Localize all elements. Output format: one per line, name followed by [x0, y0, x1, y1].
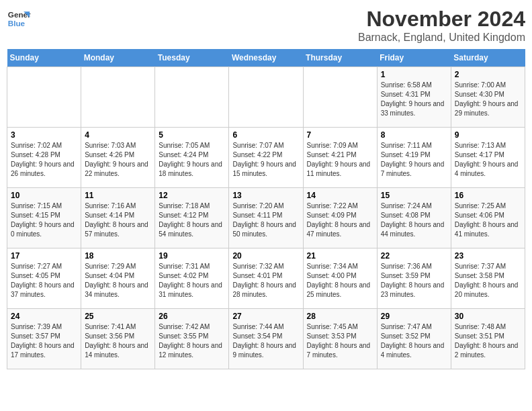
day-number: 22: [381, 251, 447, 261]
day-number: 20: [232, 251, 299, 261]
header-wednesday: Wednesday: [229, 49, 303, 67]
day-detail: Sunrise: 7:37 AM Sunset: 3:58 PM Dayligh…: [455, 262, 521, 300]
day-number: 15: [381, 191, 447, 200]
day-number: 4: [85, 130, 151, 140]
calendar-week-3: 10Sunrise: 7:15 AM Sunset: 4:15 PM Dayli…: [7, 188, 525, 248]
header-sunday: Sunday: [7, 49, 81, 67]
day-number: 13: [232, 191, 299, 200]
day-detail: Sunrise: 7:47 AM Sunset: 3:52 PM Dayligh…: [381, 322, 447, 360]
day-detail: Sunrise: 7:15 AM Sunset: 4:15 PM Dayligh…: [11, 201, 77, 239]
calendar-header-row: Sunday Monday Tuesday Wednesday Thursday…: [7, 49, 525, 67]
day-number: 2: [455, 70, 521, 79]
table-row: 17Sunrise: 7:27 AM Sunset: 4:05 PM Dayli…: [7, 248, 81, 309]
table-row: 11Sunrise: 7:16 AM Sunset: 4:14 PM Dayli…: [81, 188, 155, 248]
day-detail: Sunrise: 7:16 AM Sunset: 4:14 PM Dayligh…: [85, 201, 151, 239]
day-detail: Sunrise: 6:58 AM Sunset: 4:31 PM Dayligh…: [381, 81, 447, 118]
day-number: 16: [455, 191, 521, 200]
table-row: 26Sunrise: 7:42 AM Sunset: 3:55 PM Dayli…: [155, 309, 229, 369]
day-detail: Sunrise: 7:18 AM Sunset: 4:12 PM Dayligh…: [159, 201, 225, 239]
day-number: 29: [381, 312, 447, 321]
table-row: 16Sunrise: 7:25 AM Sunset: 4:06 PM Dayli…: [451, 188, 525, 248]
day-number: 30: [455, 312, 521, 321]
day-detail: Sunrise: 7:13 AM Sunset: 4:17 PM Dayligh…: [455, 141, 521, 179]
table-row: [7, 67, 81, 128]
table-row: 30Sunrise: 7:48 AM Sunset: 3:51 PM Dayli…: [451, 309, 525, 369]
calendar-week-2: 3Sunrise: 7:02 AM Sunset: 4:28 PM Daylig…: [7, 128, 525, 188]
table-row: [303, 67, 377, 128]
table-row: 14Sunrise: 7:22 AM Sunset: 4:09 PM Dayli…: [303, 188, 377, 248]
day-number: 6: [232, 130, 299, 140]
table-row: [81, 67, 155, 128]
day-number: 28: [307, 312, 373, 321]
day-number: 27: [232, 312, 299, 321]
table-row: 5Sunrise: 7:05 AM Sunset: 4:24 PM Daylig…: [155, 128, 229, 188]
table-row: 15Sunrise: 7:24 AM Sunset: 4:08 PM Dayli…: [377, 188, 451, 248]
day-number: 7: [307, 130, 373, 140]
header-monday: Monday: [81, 49, 155, 67]
table-row: [229, 67, 303, 128]
svg-text:Blue: Blue: [8, 19, 26, 28]
day-detail: Sunrise: 7:00 AM Sunset: 4:30 PM Dayligh…: [455, 81, 521, 118]
calendar-table: Sunday Monday Tuesday Wednesday Thursday…: [7, 49, 525, 369]
day-detail: Sunrise: 7:25 AM Sunset: 4:06 PM Dayligh…: [455, 201, 521, 239]
table-row: 12Sunrise: 7:18 AM Sunset: 4:12 PM Dayli…: [155, 188, 229, 248]
day-number: 3: [11, 130, 77, 140]
table-row: 2Sunrise: 7:00 AM Sunset: 4:30 PM Daylig…: [451, 67, 525, 128]
table-row: 13Sunrise: 7:20 AM Sunset: 4:11 PM Dayli…: [229, 188, 303, 248]
day-number: 10: [11, 191, 77, 200]
day-detail: Sunrise: 7:48 AM Sunset: 3:51 PM Dayligh…: [455, 322, 521, 360]
day-detail: Sunrise: 7:09 AM Sunset: 4:21 PM Dayligh…: [307, 141, 373, 179]
table-row: 22Sunrise: 7:36 AM Sunset: 3:59 PM Dayli…: [377, 248, 451, 309]
page-subtitle: Barnack, England, United Kingdom: [358, 32, 525, 44]
title-area: November 2024 Barnack, England, United K…: [358, 7, 525, 44]
day-detail: Sunrise: 7:20 AM Sunset: 4:11 PM Dayligh…: [232, 201, 299, 239]
table-row: 24Sunrise: 7:39 AM Sunset: 3:57 PM Dayli…: [7, 309, 81, 369]
day-number: 8: [381, 130, 447, 140]
table-row: 20Sunrise: 7:32 AM Sunset: 4:01 PM Dayli…: [229, 248, 303, 309]
header-tuesday: Tuesday: [155, 49, 229, 67]
day-detail: Sunrise: 7:27 AM Sunset: 4:05 PM Dayligh…: [11, 262, 77, 300]
day-number: 24: [11, 312, 77, 321]
header: General Blue November 2024 Barnack, Engl…: [7, 7, 525, 44]
day-number: 17: [11, 251, 77, 261]
table-row: 29Sunrise: 7:47 AM Sunset: 3:52 PM Dayli…: [377, 309, 451, 369]
day-detail: Sunrise: 7:41 AM Sunset: 3:56 PM Dayligh…: [85, 322, 151, 360]
table-row: 1Sunrise: 6:58 AM Sunset: 4:31 PM Daylig…: [377, 67, 451, 128]
logo-icon: General Blue: [7, 7, 31, 31]
day-detail: Sunrise: 7:05 AM Sunset: 4:24 PM Dayligh…: [159, 141, 225, 179]
day-detail: Sunrise: 7:34 AM Sunset: 4:00 PM Dayligh…: [307, 262, 373, 300]
day-detail: Sunrise: 7:31 AM Sunset: 4:02 PM Dayligh…: [159, 262, 225, 300]
table-row: 28Sunrise: 7:45 AM Sunset: 3:53 PM Dayli…: [303, 309, 377, 369]
table-row: 9Sunrise: 7:13 AM Sunset: 4:17 PM Daylig…: [451, 128, 525, 188]
day-detail: Sunrise: 7:07 AM Sunset: 4:22 PM Dayligh…: [232, 141, 299, 179]
page-title: November 2024: [358, 7, 525, 32]
table-row: 23Sunrise: 7:37 AM Sunset: 3:58 PM Dayli…: [451, 248, 525, 309]
table-row: 19Sunrise: 7:31 AM Sunset: 4:02 PM Dayli…: [155, 248, 229, 309]
table-row: 21Sunrise: 7:34 AM Sunset: 4:00 PM Dayli…: [303, 248, 377, 309]
table-row: [155, 67, 229, 128]
day-detail: Sunrise: 7:32 AM Sunset: 4:01 PM Dayligh…: [232, 262, 299, 300]
calendar-week-5: 24Sunrise: 7:39 AM Sunset: 3:57 PM Dayli…: [7, 309, 525, 369]
day-detail: Sunrise: 7:22 AM Sunset: 4:09 PM Dayligh…: [307, 201, 373, 239]
table-row: 10Sunrise: 7:15 AM Sunset: 4:15 PM Dayli…: [7, 188, 81, 248]
calendar-week-1: 1Sunrise: 6:58 AM Sunset: 4:31 PM Daylig…: [7, 67, 525, 128]
day-detail: Sunrise: 7:29 AM Sunset: 4:04 PM Dayligh…: [85, 262, 151, 300]
day-number: 23: [455, 251, 521, 261]
day-number: 25: [85, 312, 151, 321]
day-detail: Sunrise: 7:36 AM Sunset: 3:59 PM Dayligh…: [381, 262, 447, 300]
day-detail: Sunrise: 7:39 AM Sunset: 3:57 PM Dayligh…: [11, 322, 77, 360]
day-detail: Sunrise: 7:11 AM Sunset: 4:19 PM Dayligh…: [381, 141, 447, 179]
day-detail: Sunrise: 7:44 AM Sunset: 3:54 PM Dayligh…: [232, 322, 299, 360]
calendar-week-4: 17Sunrise: 7:27 AM Sunset: 4:05 PM Dayli…: [7, 248, 525, 309]
day-number: 11: [85, 191, 151, 200]
day-detail: Sunrise: 7:03 AM Sunset: 4:26 PM Dayligh…: [85, 141, 151, 179]
header-saturday: Saturday: [451, 49, 525, 67]
day-number: 21: [307, 251, 373, 261]
day-detail: Sunrise: 7:45 AM Sunset: 3:53 PM Dayligh…: [307, 322, 373, 360]
day-number: 1: [381, 70, 447, 79]
table-row: 7Sunrise: 7:09 AM Sunset: 4:21 PM Daylig…: [303, 128, 377, 188]
table-row: 4Sunrise: 7:03 AM Sunset: 4:26 PM Daylig…: [81, 128, 155, 188]
logo: General Blue: [7, 7, 31, 31]
table-row: 3Sunrise: 7:02 AM Sunset: 4:28 PM Daylig…: [7, 128, 81, 188]
day-number: 18: [85, 251, 151, 261]
